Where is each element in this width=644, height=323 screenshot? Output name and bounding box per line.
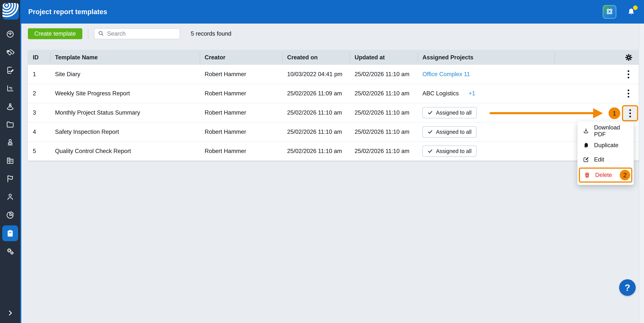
companies-icon bbox=[6, 156, 14, 165]
annotation-arrow-line bbox=[490, 112, 595, 114]
cell-updated-at: 25/02/2026 11:10 am bbox=[350, 90, 418, 97]
sidebar-item-settings-gears[interactable] bbox=[2, 244, 18, 259]
row-actions-menu-button-highlighted[interactable] bbox=[622, 105, 638, 121]
kebab-menu-icon[interactable] bbox=[625, 88, 632, 100]
sidebar-item-dashboard[interactable] bbox=[2, 26, 18, 42]
menu-item-download-pdf[interactable]: Download PDF bbox=[578, 124, 634, 138]
sidebar-item-analytics-pie[interactable] bbox=[2, 207, 18, 223]
kebab-menu-icon bbox=[627, 108, 634, 119]
sidebar-collapse-button[interactable] bbox=[2, 306, 18, 321]
menu-item-delete[interactable]: Delete2 bbox=[580, 169, 634, 182]
toolbar: Create template 5 records found bbox=[28, 28, 231, 39]
cell-template-name: Weekly Site Progress Report bbox=[50, 90, 200, 97]
check-icon bbox=[427, 148, 433, 154]
analytics-pie-icon bbox=[6, 210, 14, 219]
cell-template-name: Safety Inspection Report bbox=[50, 128, 200, 135]
cell-creator: Robert Hammer bbox=[200, 90, 282, 97]
table-row-4: 4Safety Inspection ReportRobert Hammer25… bbox=[28, 122, 639, 141]
cell-id: 5 bbox=[28, 148, 50, 154]
sidebar-item-gantt-chart[interactable] bbox=[2, 80, 18, 96]
column-header-template-name[interactable]: Template Name bbox=[50, 50, 200, 65]
menu-item-edit[interactable]: Edit bbox=[578, 152, 634, 167]
header-actions bbox=[603, 0, 635, 24]
sidebar bbox=[0, 0, 21, 323]
documents-folder-icon bbox=[6, 120, 14, 129]
cell-actions bbox=[554, 68, 639, 80]
column-header-creator[interactable]: Creator bbox=[200, 50, 282, 65]
cell-id: 2 bbox=[28, 90, 50, 97]
site-diary-icon bbox=[6, 66, 14, 75]
dashboard-icon bbox=[6, 30, 14, 38]
app-launcher-button[interactable] bbox=[603, 5, 616, 18]
table-row-2: 2Weekly Site Progress ReportRobert Hamme… bbox=[28, 84, 639, 103]
search-input[interactable] bbox=[107, 30, 176, 37]
sidebar-item-report-templates[interactable] bbox=[2, 226, 18, 241]
report-templates-icon bbox=[6, 229, 14, 238]
menu-item-delete-highlight: Delete2 bbox=[579, 168, 632, 182]
table-row-1: 1Site DiaryRobert Hammer10/03/2022 04:41… bbox=[28, 65, 639, 84]
column-header-updated-at[interactable]: Updated at bbox=[350, 50, 418, 65]
menu-item-duplicate[interactable]: Duplicate bbox=[578, 138, 634, 152]
cell-assigned-projects: ABC Logistics+1 bbox=[418, 90, 554, 97]
assigned-to-all-badge[interactable]: Assigned to all bbox=[422, 126, 476, 138]
cell-created-on: 25/02/2026 11:09 am bbox=[282, 90, 350, 97]
menu-item-label: Delete bbox=[595, 172, 612, 178]
sidebar-item-documents-folder[interactable] bbox=[2, 117, 18, 132]
sidebar-item-companies[interactable] bbox=[2, 153, 18, 168]
search-icon bbox=[98, 30, 104, 37]
annotation-step-2: 2 bbox=[620, 170, 630, 180]
sidebar-item-site-person[interactable] bbox=[2, 98, 18, 114]
cell-creator: Robert Hammer bbox=[200, 148, 282, 154]
help-button[interactable]: ? bbox=[619, 279, 636, 296]
menu-item-label: Edit bbox=[594, 156, 604, 163]
top-header-bar: Project report templates bbox=[21, 0, 644, 24]
sidebar-item-approval-stamp[interactable] bbox=[2, 134, 18, 150]
cell-id: 3 bbox=[28, 109, 50, 116]
cell-updated-at: 25/02/2026 11:10 am bbox=[350, 128, 418, 135]
cell-assigned-projects: Assigned to all bbox=[418, 126, 554, 138]
column-header-assigned-projects[interactable]: Assigned Projects bbox=[418, 50, 554, 65]
column-header-id[interactable]: ID bbox=[28, 50, 50, 65]
column-header-created-on[interactable]: Created on bbox=[282, 50, 350, 65]
chevron-right-icon bbox=[6, 309, 14, 318]
cell-template-name: Monthly Project Status Summary bbox=[50, 109, 200, 116]
gear-icon[interactable] bbox=[624, 53, 633, 62]
check-icon bbox=[427, 110, 433, 116]
cell-template-name: Site Diary bbox=[50, 71, 200, 78]
assigned-to-all-badge[interactable]: Assigned to all bbox=[422, 107, 476, 118]
sidebar-item-site-diary[interactable] bbox=[2, 62, 18, 78]
check-icon bbox=[427, 129, 433, 135]
search-box[interactable] bbox=[94, 28, 180, 39]
cell-created-on: 10/03/2022 04:41 pm bbox=[282, 71, 350, 78]
cell-created-on: 25/02/2026 11:10 am bbox=[282, 128, 350, 135]
copy-icon bbox=[583, 142, 589, 148]
sidebar-item-user[interactable] bbox=[2, 189, 18, 205]
brand-logo[interactable] bbox=[2, 3, 19, 20]
assigned-to-all-badge[interactable]: Assigned to all bbox=[422, 146, 476, 157]
column-header-actions bbox=[554, 50, 639, 65]
cell-creator: Robert Hammer bbox=[200, 128, 282, 135]
create-template-button[interactable]: Create template bbox=[28, 28, 82, 39]
notifications-button[interactable] bbox=[627, 7, 635, 16]
tags-icon bbox=[6, 48, 14, 56]
cell-creator: Robert Hammer bbox=[200, 71, 282, 78]
cell-updated-at: 25/02/2026 11:10 am bbox=[350, 109, 418, 116]
notification-dot bbox=[633, 6, 638, 10]
download-icon bbox=[583, 128, 589, 134]
gantt-chart-icon bbox=[6, 84, 14, 93]
sidebar-item-flag[interactable] bbox=[2, 171, 18, 186]
assigned-projects-more-link[interactable]: +1 bbox=[468, 90, 475, 97]
cell-updated-at: 25/02/2026 11:10 am bbox=[350, 71, 418, 78]
bell-icon bbox=[627, 14, 635, 17]
flag-icon bbox=[6, 174, 14, 183]
cell-assigned-projects: Assigned to all bbox=[418, 146, 554, 157]
app-launcher-icon bbox=[605, 7, 614, 16]
templates-table: ID Template Name Creator Created on Upda… bbox=[28, 50, 639, 160]
records-found-label: 5 records found bbox=[191, 30, 231, 37]
toolbar-divider bbox=[88, 28, 88, 39]
sidebar-item-tags[interactable] bbox=[2, 44, 18, 60]
kebab-menu-icon[interactable] bbox=[625, 68, 632, 80]
assigned-project-link[interactable]: Office Complex 11 bbox=[422, 71, 470, 78]
scroll-area-edge bbox=[639, 24, 644, 323]
cell-actions bbox=[554, 88, 639, 100]
